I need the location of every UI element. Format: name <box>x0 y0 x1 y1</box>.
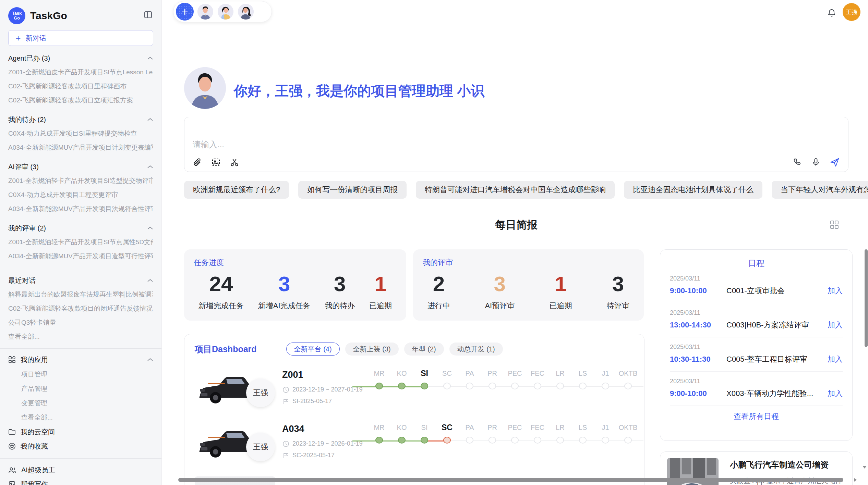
stat-ai-prereview: 3 AI预评审 <box>485 271 515 311</box>
sidebar-item-help-writing[interactable]: 帮我写作 <box>8 477 153 485</box>
milestone-stepper: MR KO SI SC PA PR PEC FEC LR LS J1 OKTB <box>368 368 639 398</box>
flag-icon <box>282 452 289 459</box>
attachment-icon[interactable] <box>193 158 202 167</box>
sidebar-item-change-mgmt[interactable]: 变更管理 <box>8 396 153 410</box>
suggestion-chip[interactable]: 比亚迪全固态电池计划具体说了什么 <box>624 181 762 199</box>
list-item[interactable]: Z001-全新燃油轻卡产品开发项目SI造型提交物评审 <box>8 174 153 188</box>
event-name: C001-立项审批会 <box>726 286 828 296</box>
list-item[interactable]: C02-飞腾新能源轻客改款项目里程碑画布 <box>8 79 153 93</box>
section-ai-review: AI评审 (3) Z001-全新燃油轻卡产品开发项目SI造型提交物评审 C0X4… <box>8 160 153 216</box>
vertical-scrollbar[interactable] <box>865 249 868 347</box>
sidebar-item-my-apps[interactable]: 我的应用 <box>8 352 153 367</box>
section-title[interactable]: 我的待办 (2) <box>8 113 153 126</box>
project-code: A034 <box>282 424 304 434</box>
list-item[interactable]: A034-全新新能源MUV产品开发项目计划变更表编写 <box>8 140 153 154</box>
suggestion-chip[interactable]: 当下年轻人对汽车外观有怎样的喜好趋势 <box>772 181 868 199</box>
event-time: 10:30-11:30 <box>670 355 726 364</box>
list-item[interactable]: C02-飞腾新能源轻客改款项目的闭环通告反馈情况 <box>8 301 153 315</box>
microphone-icon[interactable] <box>811 158 821 167</box>
project-row[interactable]: 王强 Z001 2023-12-19 ~ 2027-01-19 SI-2025-… <box>184 363 644 418</box>
clock-icon <box>282 386 289 393</box>
join-link[interactable]: 加入 <box>828 354 843 364</box>
list-item[interactable]: A034-全新新能源MUV产品开发项目法规符合性评审 <box>8 202 153 216</box>
section-title[interactable]: Agent已办 (3) <box>8 51 153 65</box>
join-link[interactable]: 加入 <box>828 320 843 330</box>
sidebar-item-project-mgmt[interactable]: 项目管理 <box>8 367 153 382</box>
list-item[interactable]: Z001-全新燃油轻卡产品开发项目SI节点属性5D文件评审 <box>8 235 153 249</box>
join-link[interactable]: 加入 <box>828 286 843 296</box>
list-item[interactable]: 公司Q3轻卡销量 <box>8 315 153 329</box>
assistant-avatar <box>184 67 226 109</box>
list-item[interactable]: Z001-全新燃油皮卡产品开发项目SI节点Lesson Learn报告 <box>8 65 153 79</box>
suggestion-chip[interactable]: 如何写一份清晰的项目周报 <box>298 181 407 199</box>
event-date: 2025/03/11 <box>670 378 843 385</box>
logo-text-top: Task <box>12 11 22 16</box>
tab-powertrain[interactable]: 动总开发 (1) <box>449 343 503 356</box>
sidebar-item-favorites[interactable]: 我的收藏 <box>8 439 153 453</box>
section-title[interactable]: 我的评审 (2) <box>8 221 153 235</box>
schedule-title: 日程 <box>670 258 843 269</box>
task-progress-card: 任务进度 24 新增完成任务 3 新增AI完成任务 3 我的待办 1 已逾期 <box>184 249 406 321</box>
chevron-up-icon <box>147 226 153 230</box>
suggestion-chip[interactable]: 特朗普可能对进口汽车增税会对中国车企造成哪些影响 <box>416 181 615 199</box>
project-milestone-tag: SC-2025-05-17 <box>282 452 335 459</box>
clock-icon <box>282 440 289 447</box>
sidebar-collapse-icon[interactable] <box>144 10 153 19</box>
avatar[interactable] <box>217 3 234 20</box>
schedule-card: 日程 2025/03/11 9:00-10:00 C001-立项审批会 加入 2… <box>660 249 853 441</box>
add-agent-button[interactable]: + <box>176 3 194 21</box>
avatar[interactable] <box>237 3 254 20</box>
list-item[interactable]: C02-飞腾新能源轻客改款项目立项汇报方案 <box>8 93 153 107</box>
new-chat-label: 新对话 <box>26 34 46 43</box>
tab-new-body[interactable]: 全新上装 (3) <box>345 343 399 356</box>
chevron-up-icon <box>147 56 153 60</box>
flag-icon <box>282 398 289 405</box>
chat-input[interactable] <box>184 117 848 151</box>
view-all-chats[interactable]: 查看全部... <box>8 329 153 344</box>
sidebar: Task Go TaskGo ＋ 新对话 Agent已办 (3) Z001-全新… <box>0 0 162 485</box>
user-avatar[interactable]: 王强 <box>843 3 860 21</box>
new-chat-button[interactable]: ＋ 新对话 <box>8 30 153 46</box>
scroll-right-arrow-icon[interactable] <box>853 477 858 482</box>
divider <box>0 458 161 459</box>
list-item[interactable]: 解释最新出台的欧盟报废车法规再生塑料比例被调至15%... <box>8 287 153 301</box>
project-milestone-tag: SI-2025-05-17 <box>282 398 332 405</box>
view-all-schedule-link[interactable]: 查看所有日程 <box>670 411 843 422</box>
image-icon[interactable] <box>211 158 221 167</box>
list-item[interactable]: C0X4-动力总成开发项目SI里程碑提交物检查 <box>8 126 153 140</box>
sidebar-item-ai-super-staff[interactable]: AI超级员工 <box>8 463 153 477</box>
join-link[interactable]: 加入 <box>828 388 843 399</box>
event-time: 9:00-10:00 <box>670 286 726 295</box>
agent-avatar-bar: + <box>173 1 272 22</box>
avatar[interactable] <box>197 3 214 20</box>
chat-input-card <box>184 117 848 172</box>
sidebar-item-cloud-space[interactable]: 我的云空间 <box>8 425 153 439</box>
section-title[interactable]: AI评审 (3) <box>8 160 153 174</box>
scroll-down-arrow-icon[interactable] <box>862 465 867 469</box>
stat-my-todo: 3 我的待办 <box>325 271 355 311</box>
view-all-apps[interactable]: 查看全部... <box>8 410 153 425</box>
schedule-event: 2025/03/11 9:00-10:00 C001-立项审批会 加入 <box>670 269 843 303</box>
layout-grid-icon[interactable] <box>830 220 839 229</box>
tab-model-year[interactable]: 年型 (2) <box>404 343 444 356</box>
notification-bell-icon[interactable] <box>827 8 836 18</box>
horizontal-scrollbar[interactable] <box>178 478 843 482</box>
app-title: TaskGo <box>30 10 67 22</box>
event-date: 2025/03/11 <box>670 275 843 282</box>
event-name: X003-车辆动力学性能验... <box>726 388 828 399</box>
list-item[interactable]: C0X4-动力总成开发项目工程变更评审 <box>8 188 153 202</box>
suggestion-chip[interactable]: 欧洲新规最近颁布了什么? <box>184 181 289 199</box>
list-item[interactable]: A034-全新新能源MUV产品开发项目造型可行性评审 <box>8 249 153 263</box>
phone-icon[interactable] <box>793 158 802 167</box>
stat-pending-review: 3 待评审 <box>607 271 629 311</box>
sidebar-item-product-mgmt[interactable]: 产品管理 <box>8 382 153 396</box>
tab-new-platform[interactable]: 全新平台 (4) <box>286 343 340 356</box>
scissors-icon[interactable] <box>230 158 239 167</box>
event-time: 9:00-10:00 <box>670 389 726 398</box>
chevron-up-icon <box>147 117 153 122</box>
send-icon[interactable] <box>830 157 840 167</box>
section-title[interactable]: 最近对话 <box>8 274 153 287</box>
schedule-event: 2025/03/11 10:30-11:30 C005-整车工程目标评审 加入 <box>670 337 843 372</box>
project-row[interactable]: 王强 A034 2023-12-19 ~ 2026-01-19 SC-2025-… <box>184 418 644 472</box>
divider <box>0 348 161 349</box>
